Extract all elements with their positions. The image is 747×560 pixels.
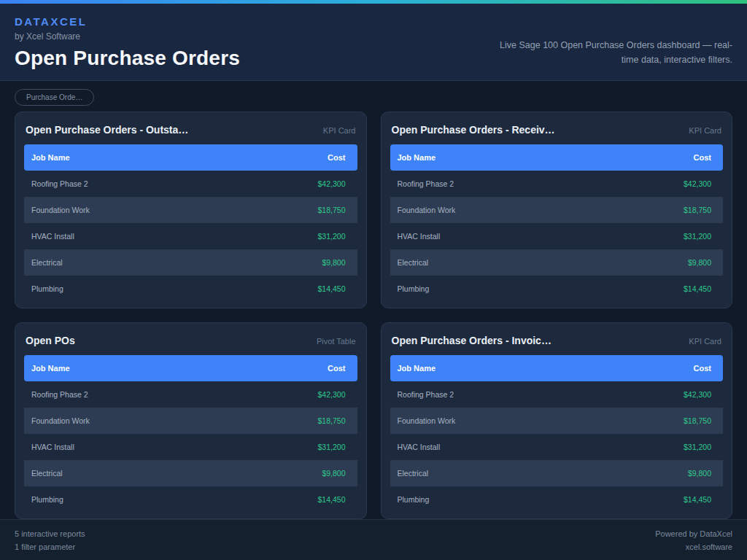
job-name-cell: Foundation Work — [398, 416, 456, 425]
footer-right: Powered by DataXcel xcel.software — [655, 527, 732, 553]
table-row: Plumbing $14,450 — [390, 486, 724, 513]
job-name-cell: Plumbing — [31, 495, 63, 504]
job-name-cell: HVAC Install — [31, 232, 74, 241]
dashboard-tagline: Live Sage 100 Open Purchase Orders dashb… — [492, 38, 732, 67]
card-title: Open Purchase Orders - Receiv… — [392, 124, 555, 136]
card-type-badge: KPI Card — [689, 126, 721, 135]
cost-cell: $9,800 — [688, 469, 711, 478]
report-card-received: Open Purchase Orders - Receiv… KPI Card … — [381, 112, 733, 308]
column-header-cost: Cost — [694, 364, 711, 373]
job-name-cell: Electrical — [398, 469, 429, 478]
column-header-job-name: Job Name — [31, 153, 70, 162]
cost-cell: $31,200 — [318, 232, 346, 241]
job-name-cell: Plumbing — [398, 495, 430, 504]
cost-cell: $18,750 — [318, 206, 346, 214]
table-row: HVAC Install $31,200 — [24, 434, 357, 460]
card-header: Open POs Pivot Table — [24, 332, 357, 346]
column-header-cost: Cost — [328, 364, 345, 373]
job-name-cell: Roofing Phase 2 — [31, 179, 88, 188]
job-name-cell: HVAC Install — [398, 443, 441, 451]
table-row: HVAC Install $31,200 — [390, 434, 724, 460]
brand-byline: by Xcel Software — [15, 31, 240, 42]
footer-left: 5 interactive reports 1 filter parameter — [15, 527, 85, 553]
table-row: Electrical $9,800 — [390, 249, 724, 276]
report-grid: Open Purchase Orders - Outsta… KPI Card … — [15, 112, 732, 519]
brand-logo: DATAXCEL — [15, 15, 240, 28]
card-title: Open Purchase Orders - Invoic… — [392, 335, 551, 346]
cost-cell: $18,750 — [318, 416, 346, 425]
card-type-badge: KPI Card — [689, 337, 721, 346]
job-name-cell: Roofing Phase 2 — [398, 390, 454, 399]
cost-cell: $9,800 — [322, 258, 345, 267]
job-name-cell: Foundation Work — [398, 206, 456, 214]
cost-cell: $31,200 — [318, 443, 346, 451]
job-name-cell: Foundation Work — [31, 206, 90, 214]
cost-cell: $31,200 — [684, 443, 711, 451]
cost-cell: $42,300 — [318, 390, 346, 399]
column-header-job-name: Job Name — [398, 153, 436, 162]
cost-cell: $42,300 — [684, 179, 711, 188]
dashboard-main: Purchase Orde… Open Purchase Orders - Ou… — [0, 81, 747, 519]
table-row: HVAC Install $31,200 — [390, 223, 724, 249]
cost-cell: $9,800 — [688, 258, 711, 267]
column-header-cost: Cost — [694, 153, 711, 162]
table-row: Foundation Work $18,750 — [390, 408, 724, 434]
site-link[interactable]: xcel.software — [655, 540, 732, 553]
report-card-invoiced: Open Purchase Orders - Invoic… KPI Card … — [381, 322, 733, 519]
table-row: Roofing Phase 2 $42,300 — [390, 171, 724, 197]
table-row: Foundation Work $18,750 — [24, 197, 357, 223]
filters-count: 1 filter parameter — [15, 540, 85, 553]
app-header: DATAXCEL by Xcel Software Open Purchase … — [0, 4, 747, 81]
table-row: Roofing Phase 2 $42,300 — [24, 381, 357, 408]
column-header-cost: Cost — [328, 153, 345, 162]
table-row: Electrical $9,800 — [24, 460, 357, 486]
cost-cell: $18,750 — [684, 416, 711, 425]
card-header: Open Purchase Orders - Invoic… KPI Card — [390, 332, 724, 346]
card-header: Open Purchase Orders - Outsta… KPI Card — [24, 121, 357, 136]
card-type-badge: KPI Card — [323, 126, 356, 135]
card-title: Open Purchase Orders - Outsta… — [26, 124, 188, 136]
card-type-badge: Pivot Table — [317, 337, 356, 346]
table-row: Electrical $9,800 — [24, 249, 357, 276]
page-title: Open Purchase Orders — [15, 47, 240, 70]
table-row: Roofing Phase 2 $42,300 — [24, 171, 357, 197]
report-card-outstanding: Open Purchase Orders - Outsta… KPI Card … — [15, 112, 367, 308]
cost-cell: $31,200 — [684, 232, 711, 241]
job-name-cell: Plumbing — [398, 284, 430, 293]
job-name-cell: HVAC Install — [31, 443, 74, 451]
cost-cell: $14,450 — [684, 284, 711, 293]
cost-cell: $14,450 — [318, 284, 346, 293]
filter-pill-purchase-order[interactable]: Purchase Orde… — [15, 89, 94, 106]
table-row: HVAC Install $31,200 — [24, 223, 357, 249]
table-row: Foundation Work $18,750 — [24, 408, 357, 434]
table-row: Electrical $9,800 — [390, 460, 724, 486]
table-header-row: Job Name Cost — [390, 144, 724, 171]
column-header-job-name: Job Name — [398, 364, 436, 373]
table-header-row: Job Name Cost — [390, 355, 724, 381]
cost-cell: $14,450 — [684, 495, 711, 504]
powered-by-label: Powered by DataXcel — [655, 527, 732, 540]
cost-cell: $42,300 — [684, 390, 711, 399]
reports-count: 5 interactive reports — [15, 527, 85, 540]
job-name-cell: Electrical — [398, 258, 429, 267]
card-title: Open POs — [26, 335, 75, 346]
table-header-row: Job Name Cost — [24, 355, 357, 381]
job-name-cell: Plumbing — [31, 284, 63, 293]
cost-cell: $9,800 — [322, 469, 345, 478]
card-header: Open Purchase Orders - Receiv… KPI Card — [390, 121, 724, 136]
table-header-row: Job Name Cost — [24, 144, 357, 171]
report-card-open-pos: Open POs Pivot Table Job Name Cost Roofi… — [15, 322, 367, 519]
job-name-cell: Roofing Phase 2 — [31, 390, 88, 399]
table-row: Plumbing $14,450 — [24, 486, 357, 513]
job-name-cell: Electrical — [31, 258, 63, 267]
table-row: Roofing Phase 2 $42,300 — [390, 381, 724, 408]
header-left: DATAXCEL by Xcel Software Open Purchase … — [15, 15, 240, 70]
table-row: Plumbing $14,450 — [390, 276, 724, 302]
job-name-cell: Foundation Work — [31, 416, 90, 425]
app-footer: 5 interactive reports 1 filter parameter… — [0, 519, 747, 560]
job-name-cell: Electrical — [31, 469, 63, 478]
cost-cell: $18,750 — [684, 206, 711, 214]
cost-cell: $14,450 — [318, 495, 346, 504]
table-row: Plumbing $14,450 — [24, 276, 357, 302]
job-name-cell: Roofing Phase 2 — [398, 179, 454, 188]
